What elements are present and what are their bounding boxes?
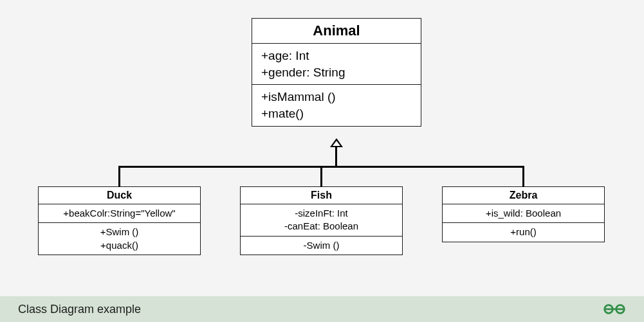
connector-line — [118, 166, 120, 187]
class-attributes: +beakColr:String="Yellow" — [39, 204, 200, 222]
connector-line — [335, 147, 337, 167]
class-attributes: +age: Int +gender: String — [252, 44, 421, 84]
generalization-arrowhead-icon — [330, 138, 343, 147]
class-box-animal: Animal +age: Int +gender: String +isMamm… — [252, 18, 421, 127]
class-title: Zebra — [443, 187, 604, 204]
class-title: Fish — [241, 187, 402, 204]
class-methods: +Swim () +quack() — [39, 222, 200, 255]
class-box-duck: Duck +beakColr:String="Yellow" +Swim () … — [38, 186, 201, 255]
class-attributes: +is_wild: Boolean — [443, 204, 604, 222]
caption-bar: Class Diagram example — [0, 296, 644, 322]
connector-line — [522, 166, 524, 187]
caption-text: Class Diagram example — [18, 303, 141, 316]
class-methods: -Swim () — [241, 236, 402, 255]
class-box-zebra: Zebra +is_wild: Boolean +run() — [442, 186, 605, 242]
geeksforgeeks-logo-icon — [603, 303, 626, 316]
class-methods: +isMammal () +mate() — [252, 84, 421, 125]
connector-line — [320, 166, 322, 187]
class-methods: +run() — [443, 222, 604, 241]
class-title: Duck — [39, 187, 200, 204]
uml-class-diagram: Animal +age: Int +gender: String +isMamm… — [0, 0, 644, 296]
class-box-fish: Fish -sizeInFt: Int -canEat: Boolean -Sw… — [240, 186, 403, 255]
class-title: Animal — [252, 19, 421, 44]
class-attributes: -sizeInFt: Int -canEat: Boolean — [241, 204, 402, 236]
